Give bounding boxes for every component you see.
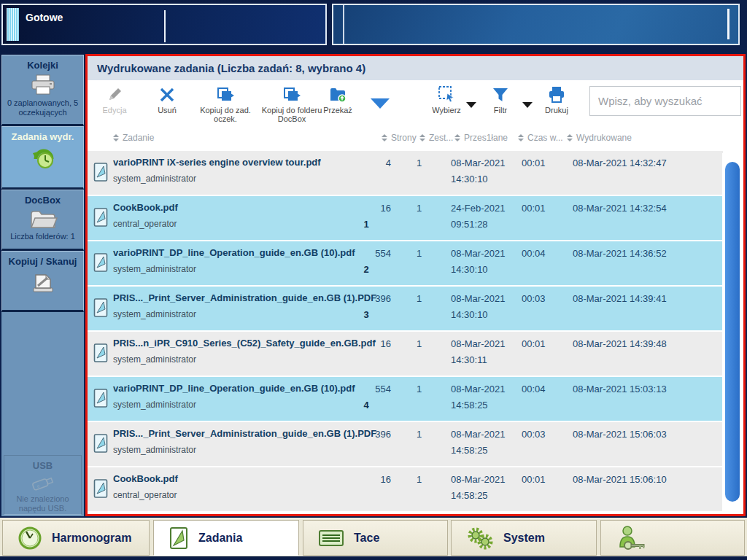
column-header-czas[interactable]: Czas w... <box>518 133 563 143</box>
job-submitted-time: 09:51:28 <box>451 219 488 230</box>
job-printed-timestamp: 08-Mar-2021 15:06:10 <box>573 474 667 485</box>
tab-tace[interactable]: Tace <box>303 520 448 556</box>
forward-button[interactable]: Przekaż <box>315 83 360 114</box>
column-header-zadanie[interactable]: Zadanie <box>113 133 154 143</box>
job-printed-timestamp: 08-Mar-2021 14:39:41 <box>573 293 667 304</box>
job-duration: 00:01 <box>522 203 546 214</box>
job-duration: 00:03 <box>522 293 546 304</box>
more-actions-expander-icon[interactable] <box>371 98 390 109</box>
sidebar-item-docbox[interactable]: DocBox Liczba folderów: 1 <box>1 190 84 251</box>
sidebar-spacer <box>1 312 84 454</box>
job-submitted-time: 14:30:10 <box>451 309 488 320</box>
tab-label: Tace <box>354 532 379 545</box>
job-name: varioPRINT_DP_line_Operation_guide_en.GB… <box>113 383 355 394</box>
sidebar-item-zadania-wydr[interactable]: Zadania wydr. <box>1 126 84 190</box>
copy-icon <box>216 86 235 104</box>
printer-icon <box>29 74 57 96</box>
job-submitted-date: 08-Mar-2021 <box>451 248 505 259</box>
document-icon <box>93 343 108 363</box>
job-pages: 16 <box>336 338 391 349</box>
sidebar-item-title: DocBox <box>2 195 83 206</box>
job-sets: 1 <box>417 248 422 259</box>
sidebar-item-title: Kolejki <box>2 60 83 71</box>
table-row[interactable]: PRIS...n_iPR_C910_Series_(C52)_Safety_gu… <box>88 332 723 376</box>
job-sets: 1 <box>417 158 422 168</box>
printer-status-text: Gotowe <box>26 12 63 23</box>
table-row[interactable]: varioPRINT iX-series engine overview tou… <box>88 151 723 195</box>
status-bar-divider <box>164 10 166 42</box>
job-sets: 1 <box>417 203 422 214</box>
sidebar-item-title: Kopiuj / Skanuj <box>2 256 83 267</box>
table-row[interactable]: CookBook.pdf central_operator 16 1 08-Ma… <box>88 467 723 511</box>
job-sets: 1 <box>417 338 422 349</box>
button-label: Wybierz <box>425 106 468 114</box>
sidebar-item-title: Zadania wydr. <box>2 131 83 142</box>
delete-x-icon <box>158 86 176 104</box>
search-box <box>589 86 741 116</box>
search-input[interactable] <box>590 95 743 107</box>
svg-text:e: e <box>36 483 40 489</box>
copy-to-waiting-button[interactable]: Kopiuj do zad. oczek. <box>194 83 257 123</box>
job-duration: 00:04 <box>522 384 546 394</box>
tab-login[interactable] <box>600 520 745 556</box>
tab-harmonogram[interactable]: Harmonogram <box>2 520 150 556</box>
column-header-przeslane[interactable]: Przes1łane <box>454 133 508 143</box>
job-pages: 16 <box>336 474 391 485</box>
document-icon <box>93 252 108 273</box>
filter-button[interactable]: Filtr <box>481 83 519 114</box>
job-submitted-date: 08-Mar-2021 <box>451 158 505 168</box>
usb-icon: e <box>30 475 56 492</box>
sidebar-item-kopiuj-skanuj[interactable]: Kopiuj / Skanuj <box>1 251 84 312</box>
select-dropdown-icon[interactable] <box>466 102 476 108</box>
page-title: Wydrukowane zadania (Liczba zadań: 8, wy… <box>97 62 365 74</box>
tab-system[interactable]: System <box>451 520 597 556</box>
tab-label: System <box>503 532 545 545</box>
table-row[interactable]: PRIS..._Print_Server_Administration_guid… <box>88 422 723 466</box>
secondary-status-panel <box>332 4 740 45</box>
tab-zadania[interactable]: Zadania <box>153 520 299 556</box>
sort-icon <box>382 134 388 141</box>
sidebar-item-usb: USB e Nie znaleziono napędu USB. <box>4 455 82 515</box>
job-submitted-time: 14:30:11 <box>451 354 487 365</box>
table-row[interactable]: PRIS..._Print_Server_Administration_guid… <box>88 287 723 330</box>
status-bar: Gotowe <box>1 4 327 45</box>
edit-button[interactable]: Edycja <box>93 83 136 114</box>
column-header-zestawy[interactable]: Zest... <box>419 133 453 143</box>
table-row[interactable]: varioPRINT_DP_line_Operation_guide_en.GB… <box>88 377 723 421</box>
job-printed-timestamp: 08-Mar-2021 15:03:13 <box>573 384 667 394</box>
document-icon <box>93 298 108 318</box>
copy-scan-icon <box>28 271 58 294</box>
job-duration: 00:01 <box>522 338 546 349</box>
panel-caret-mark <box>727 9 729 39</box>
job-submitted-time: 14:30:10 <box>451 264 488 275</box>
bottom-strip <box>0 556 747 560</box>
scrollbar-thumb[interactable] <box>725 162 740 502</box>
table-row[interactable]: varioPRINT_DP_line_Operation_guide_en.GB… <box>88 241 723 285</box>
sort-icon <box>454 134 461 141</box>
job-submitted-date: 08-Mar-2021 <box>451 338 505 349</box>
sidebar-item-title: USB <box>4 460 81 471</box>
job-submitted-date: 08-Mar-2021 <box>451 293 505 304</box>
job-owner: system_administrator <box>113 174 196 184</box>
scrollbar-track[interactable] <box>722 153 742 513</box>
sidebar-item-subtitle: Nie znaleziono napędu USB. <box>4 494 81 513</box>
filter-icon <box>492 86 509 104</box>
sidebar-item-kolejki[interactable]: Kolejki 0 zaplanowanych, 5 oczekujących <box>1 55 84 126</box>
column-header-wydrukowane[interactable]: Wydrukowane <box>567 133 632 143</box>
job-pages: 554 <box>336 384 391 394</box>
job-sets: 1 <box>417 293 422 304</box>
select-button[interactable]: Wybierz <box>425 83 468 114</box>
sort-icon <box>518 134 525 141</box>
job-duration: 00:04 <box>522 248 546 259</box>
job-submitted-date: 24-Feb-2021 <box>451 203 505 214</box>
delete-button[interactable]: Usuń <box>146 83 188 114</box>
sidebar-item-subtitle: 0 zaplanowanych, 5 oczekujących <box>2 98 83 117</box>
print-button[interactable]: Drukuj <box>535 83 578 114</box>
column-header-strony[interactable]: Strony <box>382 133 417 143</box>
document-icon <box>93 207 108 228</box>
table-row[interactable]: CookBook.pdf central_operator 16 1 1 24-… <box>88 196 723 240</box>
job-printed-timestamp: 08-Mar-2021 14:39:48 <box>573 338 667 349</box>
document-icon <box>93 433 108 454</box>
sidebar-item-subtitle: Liczba folderów: 1 <box>2 232 83 241</box>
filter-dropdown-icon[interactable] <box>522 102 533 108</box>
